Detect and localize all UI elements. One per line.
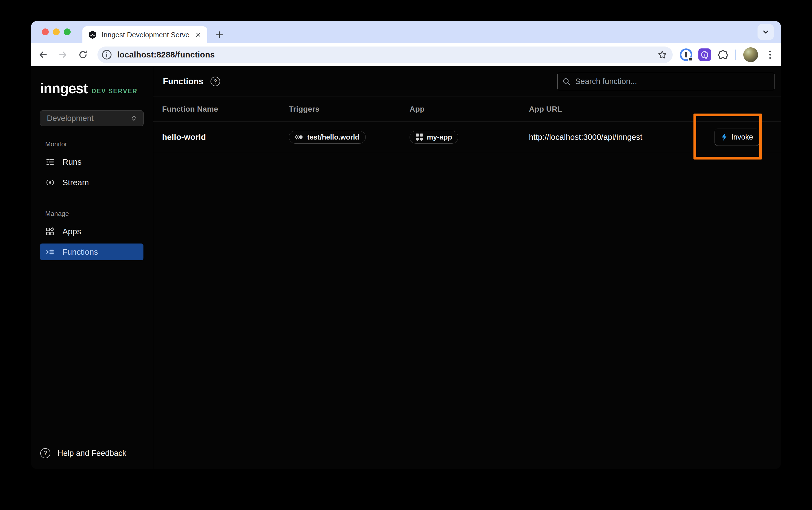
url-bar[interactable]: localhost:8288/functions <box>97 47 673 63</box>
app-grid-icon <box>416 133 423 141</box>
column-triggers: Triggers <box>280 105 401 114</box>
help-label: Help and Feedback <box>57 449 126 458</box>
tab-search-chevron-button[interactable] <box>757 24 774 40</box>
browser-menu-icon[interactable] <box>765 49 775 60</box>
question-icon: ? <box>210 77 220 86</box>
function-name-cell[interactable]: hello-world <box>153 132 280 142</box>
main-header: Functions ? <box>153 66 781 97</box>
tab-strip: Inngest Development Server <box>31 21 781 43</box>
sidebar-item-label: Apps <box>62 227 81 236</box>
sidebar-item-stream[interactable]: Stream <box>40 174 143 191</box>
app-cell: my-app <box>401 131 520 144</box>
bookmark-star-icon[interactable] <box>657 50 667 60</box>
dev-server-badge: DEV SERVER <box>91 88 138 95</box>
profile-avatar[interactable] <box>743 47 758 62</box>
invoke-button[interactable]: Invoke <box>715 128 759 146</box>
inngest-favicon-icon <box>88 30 97 39</box>
toolbar-separator <box>735 50 736 60</box>
actions-cell: Invoke <box>706 128 781 146</box>
section-label-monitor: Monitor <box>45 140 153 148</box>
environment-selector[interactable]: Development <box>40 110 144 126</box>
sidebar-item-label: Functions <box>62 247 98 257</box>
app-url-cell: http://localhost:3000/api/inngest <box>520 133 706 142</box>
sidebar-item-runs[interactable]: Runs <box>40 153 143 170</box>
stream-icon <box>46 178 55 187</box>
help-and-feedback[interactable]: ? Help and Feedback <box>31 448 153 458</box>
column-app-url: App URL <box>520 105 706 114</box>
section-label-manage: Manage <box>45 210 153 217</box>
inngest-logo: inngest <box>40 81 88 97</box>
trigger-name: test/hello.world <box>307 133 359 142</box>
table-row[interactable]: hello-world test/hello.world my-app <box>153 121 781 153</box>
search-box[interactable] <box>557 73 775 90</box>
column-function-name: Function Name <box>153 105 280 114</box>
sidebar-item-label: Stream <box>62 178 89 187</box>
functions-icon <box>46 247 55 257</box>
url-text[interactable]: localhost:8288/functions <box>117 50 657 59</box>
minimize-window-button[interactable] <box>53 28 60 35</box>
trigger-badge: test/hello.world <box>289 131 366 144</box>
tab-close-icon[interactable] <box>194 31 202 39</box>
new-tab-button[interactable] <box>214 29 225 40</box>
close-window-button[interactable] <box>42 28 49 35</box>
apps-icon <box>46 227 55 236</box>
back-button[interactable] <box>37 49 49 60</box>
table-header-row: Function Name Triggers App App URL <box>153 97 781 121</box>
page-help-button[interactable]: ? <box>210 77 220 86</box>
app-content: inngest DEV SERVER Development Monitor R… <box>31 66 781 469</box>
extensions-puzzle-icon[interactable] <box>718 49 728 60</box>
sidebar-item-apps[interactable]: Apps <box>40 223 143 240</box>
page-title: Functions <box>163 77 203 86</box>
search-icon <box>562 77 571 86</box>
search-input[interactable] <box>575 77 770 86</box>
tab-title: Inngest Development Server <box>102 31 190 39</box>
window-controls <box>42 28 70 35</box>
main-panel: Functions ? Function Name Triggers App A… <box>153 66 781 469</box>
help-icon: ? <box>40 448 50 458</box>
lightning-bolt-icon <box>721 133 727 141</box>
purple-extension-icon[interactable] <box>698 49 711 61</box>
triggers-cell: test/hello.world <box>280 131 401 144</box>
environment-label: Development <box>47 114 130 123</box>
invoke-label: Invoke <box>731 133 753 142</box>
event-trigger-icon <box>295 133 303 141</box>
browser-tab[interactable]: Inngest Development Server <box>82 26 207 43</box>
sidebar: inngest DEV SERVER Development Monitor R… <box>31 66 153 469</box>
sidebar-item-label: Runs <box>62 157 82 167</box>
reload-button[interactable] <box>78 49 88 60</box>
site-info-icon[interactable] <box>101 49 112 60</box>
browser-window: Inngest Development Server localhost:828… <box>31 21 781 469</box>
maximize-window-button[interactable] <box>64 28 70 35</box>
app-badge: my-app <box>410 131 458 144</box>
forward-button[interactable] <box>57 49 68 60</box>
password-manager-extension-icon[interactable] <box>680 49 692 61</box>
browser-toolbar: localhost:8288/functions <box>31 43 781 66</box>
sidebar-item-functions[interactable]: Functions <box>40 243 143 260</box>
column-app: App <box>401 105 520 114</box>
runs-icon <box>46 157 55 167</box>
chevron-updown-icon <box>130 114 138 122</box>
app-name: my-app <box>427 133 452 142</box>
logo-row: inngest DEV SERVER <box>40 81 153 97</box>
